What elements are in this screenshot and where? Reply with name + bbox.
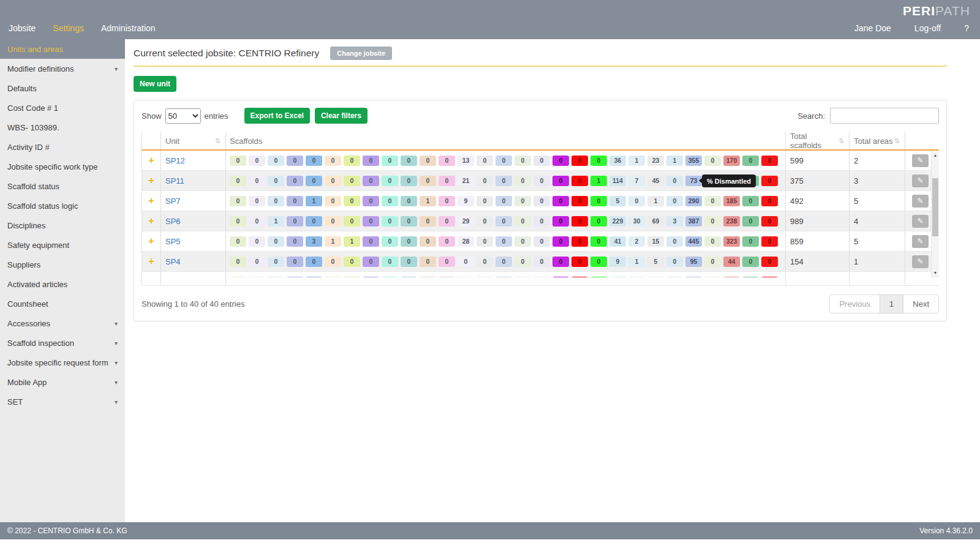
unit-link[interactable]: SP12 bbox=[165, 156, 185, 165]
expand-row-icon[interactable]: + bbox=[148, 236, 154, 247]
sidebar-item-wbs-103989-[interactable]: WBS- 103989. bbox=[0, 118, 125, 137]
sidebar-item-units-and-areas[interactable]: Units and areas bbox=[0, 39, 125, 59]
header-total-scaffolds[interactable]: Total scaffolds⇅ bbox=[786, 132, 850, 149]
unit-link[interactable]: SP4 bbox=[165, 257, 181, 266]
scaffold-count-badge: 0 bbox=[477, 257, 493, 267]
scaffold-count-badge: 0 bbox=[552, 196, 569, 206]
scroll-thumb[interactable] bbox=[932, 178, 938, 236]
sidebar-item-scaffold-status-logic[interactable]: Scaffold status logic bbox=[0, 196, 125, 216]
scaffold-count-badge: 290 bbox=[685, 196, 702, 206]
new-unit-button[interactable]: New unit bbox=[134, 76, 176, 92]
scaffold-count-badge: 0 bbox=[325, 156, 341, 166]
sidebar-item-safety-equipment[interactable]: Safety equipment bbox=[0, 235, 125, 255]
scaffold-count-badge: 0 bbox=[514, 216, 531, 227]
scaffold-count-badge: 0 bbox=[590, 156, 607, 166]
edit-unit-button[interactable]: ✎ bbox=[912, 235, 929, 248]
nav-administration[interactable]: Administration bbox=[101, 23, 156, 33]
table-row-sp5: +SP5000031100000280000000412150445032300… bbox=[141, 231, 939, 252]
expand-row-icon[interactable]: + bbox=[148, 216, 154, 227]
sidebar-item-modifier-definitions[interactable]: Modifier definitions▾ bbox=[0, 59, 125, 78]
sidebar-item-label: Jobsite specific work type bbox=[7, 162, 97, 171]
scaffold-count-badge: 0 bbox=[761, 196, 778, 206]
scaffold-count-badge: 0 bbox=[533, 156, 550, 166]
sidebar-item-set[interactable]: SET▾ bbox=[0, 392, 125, 411]
scaffold-count-badge: 229 bbox=[609, 216, 626, 227]
total-areas-value: 3 bbox=[854, 176, 858, 186]
scaffold-count-badge: 0 bbox=[533, 216, 550, 227]
table-footer-row bbox=[141, 277, 939, 286]
sidebar-item-label: Defaults bbox=[7, 84, 37, 93]
expand-row-icon[interactable]: + bbox=[148, 155, 154, 166]
edit-unit-button[interactable]: ✎ bbox=[912, 195, 929, 208]
nav-settings[interactable]: Settings bbox=[53, 23, 84, 33]
unit-link[interactable]: SP5 bbox=[165, 237, 181, 246]
expand-row-icon[interactable]: + bbox=[148, 175, 154, 186]
export-excel-button[interactable]: Export to Excel bbox=[244, 108, 310, 124]
sidebar-item-jobsite-specific-work-type[interactable]: Jobsite specific work type bbox=[0, 157, 125, 176]
scaffold-count-badge: 114 bbox=[609, 176, 626, 186]
pencil-icon: ✎ bbox=[917, 197, 923, 205]
sidebar-item-jobsite-specific-request-form[interactable]: Jobsite specific request form▾ bbox=[0, 353, 125, 372]
header-unit[interactable]: Unit⇅ bbox=[161, 132, 226, 149]
scroll-up-arrow[interactable]: ▲ bbox=[932, 151, 939, 159]
sidebar-item-accessories[interactable]: Accessories▾ bbox=[0, 313, 125, 333]
sidebar-item-countsheet[interactable]: Countsheet bbox=[0, 294, 125, 313]
edit-unit-button[interactable]: ✎ bbox=[912, 255, 929, 268]
pencil-icon: ✎ bbox=[917, 237, 923, 246]
scaffold-count-badge: 0 bbox=[249, 176, 265, 186]
scaffold-count-badge: 0 bbox=[590, 257, 607, 267]
chevron-down-icon: ▾ bbox=[115, 66, 118, 72]
sidebar-item-scaffold-inspection[interactable]: Scaffold inspection▾ bbox=[0, 333, 125, 353]
sidebar-item-defaults[interactable]: Defaults bbox=[0, 78, 125, 98]
vertical-scrollbar[interactable]: ▲ ▼ bbox=[931, 151, 939, 277]
sidebar-item-activated-articles[interactable]: Activated articles bbox=[0, 274, 125, 294]
pagination-next[interactable]: Next bbox=[903, 295, 938, 313]
clear-filters-button[interactable]: Clear filters bbox=[315, 108, 368, 124]
logoff-link[interactable]: Log-off bbox=[914, 23, 941, 33]
unit-link[interactable]: SP7 bbox=[165, 197, 181, 206]
show-label: Show bbox=[141, 111, 162, 121]
scaffold-count-badge: 0 bbox=[401, 176, 417, 186]
edit-unit-button[interactable]: ✎ bbox=[912, 174, 929, 187]
sidebar-item-activity-id-[interactable]: Activity ID # bbox=[0, 137, 125, 157]
sidebar-item-cost-code-1[interactable]: Cost Code # 1 bbox=[0, 98, 125, 118]
scaffold-count-badge: 0 bbox=[571, 196, 588, 206]
expand-row-icon[interactable]: + bbox=[148, 195, 154, 206]
scaffold-count-badge: 387 bbox=[685, 216, 702, 227]
scroll-down-arrow[interactable]: ▼ bbox=[932, 269, 939, 277]
table-row-sp6: +SP6001000000000290000000229306933870238… bbox=[141, 211, 939, 231]
pagination-previous[interactable]: Previous bbox=[830, 295, 880, 313]
scaffolds-cell: 00000000000021000000111474507300% Disman… bbox=[226, 171, 786, 190]
scaffold-count-badge: 170 bbox=[723, 156, 740, 166]
scaffold-count-badge: 355 bbox=[685, 156, 702, 166]
edit-unit-button[interactable]: ✎ bbox=[912, 154, 929, 167]
search-input[interactable] bbox=[830, 108, 939, 124]
page-size-select[interactable]: 50 bbox=[165, 108, 201, 124]
change-jobsite-button[interactable]: Change jobsite bbox=[330, 47, 392, 60]
scaffold-count-badge: 238 bbox=[723, 216, 740, 227]
total-scaffolds-value: 989 bbox=[790, 217, 804, 226]
version-text: Version 4.36.2.0 bbox=[919, 527, 973, 535]
help-icon[interactable]: ? bbox=[964, 23, 969, 33]
unit-link[interactable]: SP6 bbox=[165, 217, 181, 226]
page-title: Current selected jobsite: CENTRIO Refine… bbox=[134, 48, 319, 59]
scaffolds-cell: 000031100000280000000412150445032300 bbox=[226, 231, 786, 251]
sidebar-item-label: Suppliers bbox=[7, 260, 40, 269]
scaffold-count-badge: 0 bbox=[439, 216, 455, 227]
user-name[interactable]: Jane Doe bbox=[854, 23, 891, 33]
scaffold-count-badge: 0 bbox=[249, 156, 265, 166]
header-total-areas[interactable]: Total areas⇅ bbox=[850, 132, 905, 149]
sidebar-item-disciplines[interactable]: Disciplines bbox=[0, 216, 125, 235]
pagination-page-1[interactable]: 1 bbox=[880, 295, 903, 313]
edit-unit-button[interactable]: ✎ bbox=[912, 215, 929, 228]
sidebar-item-suppliers[interactable]: Suppliers bbox=[0, 255, 125, 274]
nav-jobsite[interactable]: Jobsite bbox=[9, 23, 36, 33]
sidebar-item-scaffold-status[interactable]: Scaffold status bbox=[0, 176, 125, 196]
expand-row-icon[interactable]: + bbox=[148, 256, 154, 267]
pagination: Previous 1 Next bbox=[829, 294, 939, 313]
unit-link[interactable]: SP11 bbox=[165, 176, 184, 186]
scaffold-count-badge: 0 bbox=[268, 196, 284, 206]
scaffold-count-badge: 0 bbox=[666, 196, 683, 206]
sidebar-item-mobile-app[interactable]: Mobile App▾ bbox=[0, 372, 125, 392]
scaffold-count-badge: 0 bbox=[325, 176, 341, 186]
